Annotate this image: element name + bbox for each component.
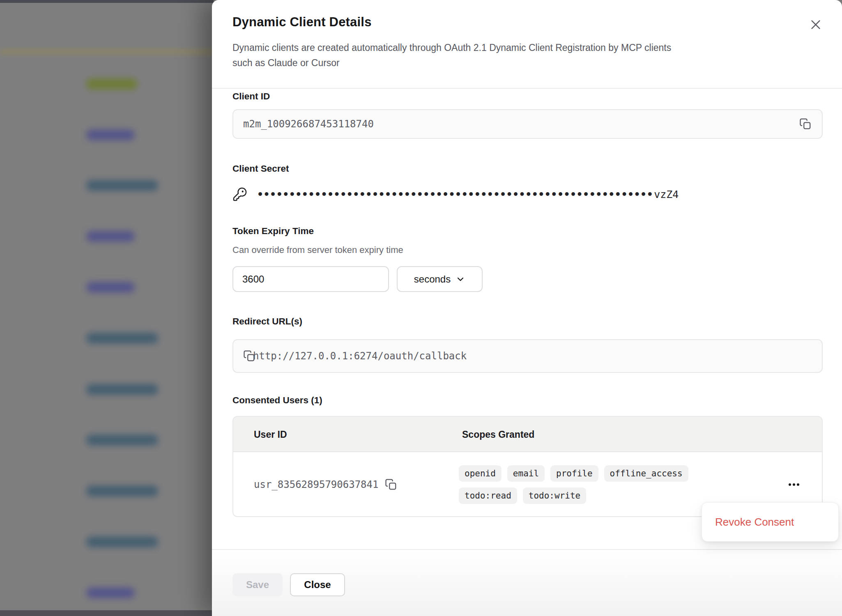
user-id-value: usr_83562895790637841 xyxy=(254,479,378,490)
column-header-scopes: Scopes Granted xyxy=(462,417,534,452)
scope-badge: todo:read xyxy=(459,487,517,504)
footer-divider xyxy=(212,549,842,550)
row-actions-ellipsis-icon[interactable] xyxy=(784,476,804,493)
token-expiry-help: Can override from server token expiry ti… xyxy=(232,245,403,255)
client-secret-masked: ••••••••••••••••••••••••••••••••••••••••… xyxy=(257,188,653,200)
blurred-link xyxy=(86,587,135,598)
client-secret-label: Client Secret xyxy=(232,163,289,174)
token-expiry-label: Token Expiry Time xyxy=(232,226,314,237)
scope-badge: profile xyxy=(550,465,598,482)
client-id-value: m2m_100926687453118740 xyxy=(243,118,374,130)
client-secret-row: ••••••••••••••••••••••••••••••••••••••••… xyxy=(232,185,679,204)
blurred-link xyxy=(86,485,158,496)
redirect-urls-field: http://127.0.0.1:6274/oauth/callback xyxy=(232,339,823,373)
background-topbar xyxy=(0,0,214,3)
consented-users-label: Consented Users (1) xyxy=(232,395,322,406)
blurred-link xyxy=(86,333,158,344)
token-expiry-unit-value: seconds xyxy=(414,274,451,285)
blurred-link xyxy=(86,384,158,395)
scope-badge: openid xyxy=(459,465,502,482)
dynamic-client-details-dialog: Dynamic Client Details Dynamic clients a… xyxy=(212,0,842,616)
table-header-row: User ID Scopes Granted xyxy=(233,417,822,452)
token-expiry-input[interactable] xyxy=(232,266,389,292)
client-secret-suffix: vzZ4 xyxy=(654,188,679,200)
blurred-link xyxy=(86,180,158,191)
save-button[interactable]: Save xyxy=(232,573,283,596)
chevron-down-icon xyxy=(456,274,465,284)
scopes-granted-list: openidemailprofileoffline_accesstodo:rea… xyxy=(459,465,730,504)
close-button[interactable]: Close xyxy=(290,573,345,596)
row-actions-menu: Revoke Consent xyxy=(702,502,839,542)
client-id-field: m2m_100926687453118740 xyxy=(232,109,823,139)
blurred-link xyxy=(86,434,158,446)
background-accent-band xyxy=(0,49,214,55)
blurred-link xyxy=(86,282,135,293)
revoke-consent-menu-item[interactable]: Revoke Consent xyxy=(715,516,794,529)
close-icon[interactable] xyxy=(807,16,824,33)
copy-icon[interactable] xyxy=(796,115,814,133)
scope-badge: offline_access xyxy=(604,465,688,482)
screen: Dynamic Client Details Dynamic clients a… xyxy=(0,0,842,616)
scope-badge: todo:write xyxy=(523,487,586,504)
background-bottombar xyxy=(0,610,214,616)
scope-badge: email xyxy=(507,465,545,482)
client-id-label: Client ID xyxy=(232,91,270,102)
blurred-link xyxy=(86,536,158,547)
token-expiry-unit-select[interactable]: seconds xyxy=(397,266,483,292)
blurred-link xyxy=(86,78,138,90)
key-icon xyxy=(232,187,247,202)
background-page-blurred xyxy=(0,0,214,616)
header-divider xyxy=(212,88,842,89)
blurred-link xyxy=(86,231,135,242)
dialog-description: Dynamic clients are created automaticall… xyxy=(232,40,816,71)
blurred-link xyxy=(86,129,135,140)
redirect-url-value: http://127.0.0.1:6274/oauth/callback xyxy=(253,350,467,362)
redirect-urls-label: Redirect URL(s) xyxy=(232,316,302,327)
dialog-title: Dynamic Client Details xyxy=(232,15,372,30)
column-header-user-id: User ID xyxy=(254,417,287,452)
copy-icon[interactable] xyxy=(385,478,397,491)
